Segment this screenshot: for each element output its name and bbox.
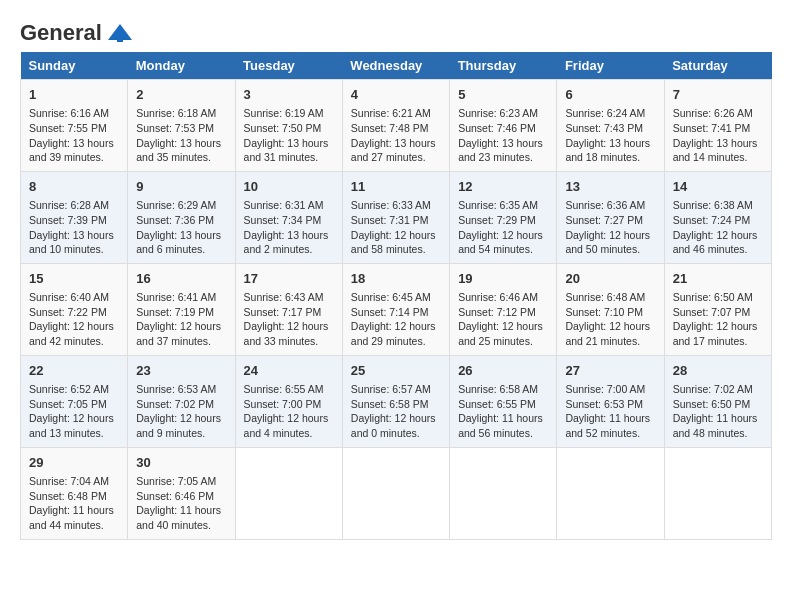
- weekday-header-monday: Monday: [128, 52, 235, 80]
- page-header: General: [20, 20, 772, 42]
- calendar-cell: 5Sunrise: 6:23 AM Sunset: 7:46 PM Daylig…: [450, 80, 557, 172]
- day-info: Sunrise: 6:40 AM Sunset: 7:22 PM Dayligh…: [29, 290, 119, 349]
- calendar-cell: 21Sunrise: 6:50 AM Sunset: 7:07 PM Dayli…: [664, 263, 771, 355]
- day-info: Sunrise: 6:16 AM Sunset: 7:55 PM Dayligh…: [29, 106, 119, 165]
- day-info: Sunrise: 6:45 AM Sunset: 7:14 PM Dayligh…: [351, 290, 441, 349]
- day-number: 10: [244, 178, 334, 196]
- calendar-cell: 28Sunrise: 7:02 AM Sunset: 6:50 PM Dayli…: [664, 355, 771, 447]
- day-number: 17: [244, 270, 334, 288]
- day-info: Sunrise: 6:36 AM Sunset: 7:27 PM Dayligh…: [565, 198, 655, 257]
- calendar-cell: 13Sunrise: 6:36 AM Sunset: 7:27 PM Dayli…: [557, 171, 664, 263]
- day-number: 23: [136, 362, 226, 380]
- calendar-cell: 11Sunrise: 6:33 AM Sunset: 7:31 PM Dayli…: [342, 171, 449, 263]
- calendar-cell: 20Sunrise: 6:48 AM Sunset: 7:10 PM Dayli…: [557, 263, 664, 355]
- week-row-4: 22Sunrise: 6:52 AM Sunset: 7:05 PM Dayli…: [21, 355, 772, 447]
- calendar-cell: 15Sunrise: 6:40 AM Sunset: 7:22 PM Dayli…: [21, 263, 128, 355]
- day-number: 25: [351, 362, 441, 380]
- calendar-cell: [235, 447, 342, 539]
- day-number: 29: [29, 454, 119, 472]
- logo-icon: [106, 22, 134, 44]
- day-number: 2: [136, 86, 226, 104]
- calendar-cell: 2Sunrise: 6:18 AM Sunset: 7:53 PM Daylig…: [128, 80, 235, 172]
- day-info: Sunrise: 7:04 AM Sunset: 6:48 PM Dayligh…: [29, 474, 119, 533]
- day-number: 8: [29, 178, 119, 196]
- calendar-cell: 7Sunrise: 6:26 AM Sunset: 7:41 PM Daylig…: [664, 80, 771, 172]
- day-info: Sunrise: 6:28 AM Sunset: 7:39 PM Dayligh…: [29, 198, 119, 257]
- day-info: Sunrise: 6:53 AM Sunset: 7:02 PM Dayligh…: [136, 382, 226, 441]
- calendar-cell: [450, 447, 557, 539]
- weekday-header-friday: Friday: [557, 52, 664, 80]
- day-number: 14: [673, 178, 763, 196]
- weekday-header-saturday: Saturday: [664, 52, 771, 80]
- calendar-cell: 6Sunrise: 6:24 AM Sunset: 7:43 PM Daylig…: [557, 80, 664, 172]
- calendar-cell: 22Sunrise: 6:52 AM Sunset: 7:05 PM Dayli…: [21, 355, 128, 447]
- day-info: Sunrise: 6:43 AM Sunset: 7:17 PM Dayligh…: [244, 290, 334, 349]
- calendar-cell: 4Sunrise: 6:21 AM Sunset: 7:48 PM Daylig…: [342, 80, 449, 172]
- day-number: 9: [136, 178, 226, 196]
- day-info: Sunrise: 6:21 AM Sunset: 7:48 PM Dayligh…: [351, 106, 441, 165]
- day-number: 22: [29, 362, 119, 380]
- day-number: 4: [351, 86, 441, 104]
- day-number: 21: [673, 270, 763, 288]
- day-number: 19: [458, 270, 548, 288]
- day-info: Sunrise: 6:18 AM Sunset: 7:53 PM Dayligh…: [136, 106, 226, 165]
- day-number: 12: [458, 178, 548, 196]
- day-info: Sunrise: 6:31 AM Sunset: 7:34 PM Dayligh…: [244, 198, 334, 257]
- day-info: Sunrise: 6:24 AM Sunset: 7:43 PM Dayligh…: [565, 106, 655, 165]
- calendar-cell: 19Sunrise: 6:46 AM Sunset: 7:12 PM Dayli…: [450, 263, 557, 355]
- day-info: Sunrise: 7:00 AM Sunset: 6:53 PM Dayligh…: [565, 382, 655, 441]
- day-number: 15: [29, 270, 119, 288]
- day-info: Sunrise: 6:35 AM Sunset: 7:29 PM Dayligh…: [458, 198, 548, 257]
- day-info: Sunrise: 6:57 AM Sunset: 6:58 PM Dayligh…: [351, 382, 441, 441]
- calendar-cell: 1Sunrise: 6:16 AM Sunset: 7:55 PM Daylig…: [21, 80, 128, 172]
- day-number: 3: [244, 86, 334, 104]
- calendar-cell: 30Sunrise: 7:05 AM Sunset: 6:46 PM Dayli…: [128, 447, 235, 539]
- calendar-cell: [342, 447, 449, 539]
- calendar-cell: 27Sunrise: 7:00 AM Sunset: 6:53 PM Dayli…: [557, 355, 664, 447]
- day-number: 26: [458, 362, 548, 380]
- week-row-3: 15Sunrise: 6:40 AM Sunset: 7:22 PM Dayli…: [21, 263, 772, 355]
- day-number: 13: [565, 178, 655, 196]
- calendar-cell: 9Sunrise: 6:29 AM Sunset: 7:36 PM Daylig…: [128, 171, 235, 263]
- day-info: Sunrise: 6:29 AM Sunset: 7:36 PM Dayligh…: [136, 198, 226, 257]
- weekday-header-tuesday: Tuesday: [235, 52, 342, 80]
- calendar-cell: 26Sunrise: 6:58 AM Sunset: 6:55 PM Dayli…: [450, 355, 557, 447]
- calendar-cell: 16Sunrise: 6:41 AM Sunset: 7:19 PM Dayli…: [128, 263, 235, 355]
- weekday-header-thursday: Thursday: [450, 52, 557, 80]
- calendar-cell: 24Sunrise: 6:55 AM Sunset: 7:00 PM Dayli…: [235, 355, 342, 447]
- day-info: Sunrise: 6:46 AM Sunset: 7:12 PM Dayligh…: [458, 290, 548, 349]
- weekday-header-sunday: Sunday: [21, 52, 128, 80]
- day-info: Sunrise: 6:33 AM Sunset: 7:31 PM Dayligh…: [351, 198, 441, 257]
- day-number: 28: [673, 362, 763, 380]
- calendar-cell: 23Sunrise: 6:53 AM Sunset: 7:02 PM Dayli…: [128, 355, 235, 447]
- week-row-2: 8Sunrise: 6:28 AM Sunset: 7:39 PM Daylig…: [21, 171, 772, 263]
- day-number: 11: [351, 178, 441, 196]
- weekday-header-row: SundayMondayTuesdayWednesdayThursdayFrid…: [21, 52, 772, 80]
- day-number: 30: [136, 454, 226, 472]
- day-number: 16: [136, 270, 226, 288]
- calendar-cell: 8Sunrise: 6:28 AM Sunset: 7:39 PM Daylig…: [21, 171, 128, 263]
- day-number: 1: [29, 86, 119, 104]
- week-row-5: 29Sunrise: 7:04 AM Sunset: 6:48 PM Dayli…: [21, 447, 772, 539]
- day-info: Sunrise: 6:58 AM Sunset: 6:55 PM Dayligh…: [458, 382, 548, 441]
- day-info: Sunrise: 6:19 AM Sunset: 7:50 PM Dayligh…: [244, 106, 334, 165]
- calendar-cell: [664, 447, 771, 539]
- day-number: 6: [565, 86, 655, 104]
- weekday-header-wednesday: Wednesday: [342, 52, 449, 80]
- logo-general: General: [20, 20, 102, 46]
- calendar-cell: 14Sunrise: 6:38 AM Sunset: 7:24 PM Dayli…: [664, 171, 771, 263]
- day-info: Sunrise: 7:02 AM Sunset: 6:50 PM Dayligh…: [673, 382, 763, 441]
- calendar-cell: 29Sunrise: 7:04 AM Sunset: 6:48 PM Dayli…: [21, 447, 128, 539]
- day-number: 7: [673, 86, 763, 104]
- calendar-cell: 17Sunrise: 6:43 AM Sunset: 7:17 PM Dayli…: [235, 263, 342, 355]
- calendar-cell: 25Sunrise: 6:57 AM Sunset: 6:58 PM Dayli…: [342, 355, 449, 447]
- calendar-cell: 18Sunrise: 6:45 AM Sunset: 7:14 PM Dayli…: [342, 263, 449, 355]
- day-number: 20: [565, 270, 655, 288]
- calendar-cell: 3Sunrise: 6:19 AM Sunset: 7:50 PM Daylig…: [235, 80, 342, 172]
- day-info: Sunrise: 6:38 AM Sunset: 7:24 PM Dayligh…: [673, 198, 763, 257]
- day-info: Sunrise: 6:41 AM Sunset: 7:19 PM Dayligh…: [136, 290, 226, 349]
- day-number: 5: [458, 86, 548, 104]
- day-number: 18: [351, 270, 441, 288]
- logo: General: [20, 20, 134, 42]
- day-info: Sunrise: 6:55 AM Sunset: 7:00 PM Dayligh…: [244, 382, 334, 441]
